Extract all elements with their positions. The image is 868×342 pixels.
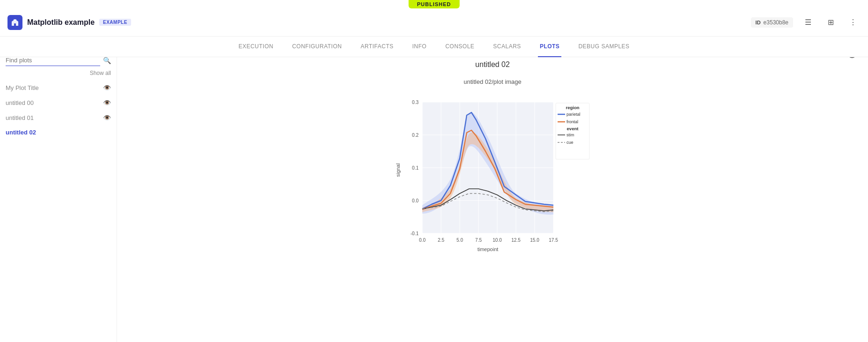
eye-off-icon: 👁️ [103,84,111,91]
plot-title: untitled 02 [136,60,849,69]
task-id-value: e3530b8e [764,19,788,26]
tab-console[interactable]: CONSOLE [443,37,476,57]
main-layout: 🔍 Show all My Plot Title 👁️ untitled 00 … [0,49,868,342]
nav-tabs: EXECUTION CONFIGURATION ARTIFACTS INFO C… [0,37,868,57]
published-banner: PUBLISHED [409,0,460,8]
svg-text:event: event [567,126,579,131]
svg-text:cue: cue [566,140,574,145]
published-label: PUBLISHED [417,1,451,7]
svg-text:5.0: 5.0 [456,238,463,243]
tab-plots[interactable]: PLOTS [538,37,562,57]
svg-text:timepoint: timepoint [478,246,499,252]
show-all-button[interactable]: Show all [0,68,117,80]
svg-text:12.5: 12.5 [511,238,521,243]
tab-debug-samples[interactable]: DEBUG SAMPLES [576,37,631,57]
svg-text:0.0: 0.0 [419,238,426,243]
svg-text:stim: stim [566,133,574,137]
sidebar: 🔍 Show all My Plot Title 👁️ untitled 00 … [0,49,117,342]
chart-wrapper: -0.1 0.0 0.1 0.2 0.3 signal 0.0 2.5 5.0 … [394,93,591,263]
sidebar-item-label: untitled 02 [6,129,36,136]
svg-text:region: region [566,105,579,110]
svg-text:2.5: 2.5 [438,238,444,243]
tab-info[interactable]: INFO [410,37,428,57]
sidebar-item-untitled-02[interactable]: untitled 02 [0,125,117,140]
svg-text:0.3: 0.3 [412,100,419,105]
svg-text:frontal: frontal [566,119,578,124]
header: Matplotlib example EXAMPLE ID e3530b8e ☰… [0,8,868,37]
svg-text:7.5: 7.5 [475,238,482,243]
svg-text:10.0: 10.0 [493,238,502,243]
tab-execution[interactable]: EXECUTION [236,37,275,57]
svg-text:-0.1: -0.1 [411,231,419,236]
tab-artifacts[interactable]: ARTIFACTS [359,37,395,57]
sidebar-item-label: My Plot Title [6,84,39,91]
app-title: Matplotlib example [27,18,95,27]
svg-text:15.0: 15.0 [530,238,539,243]
svg-text:parietal: parietal [566,112,581,117]
tab-configuration[interactable]: CONFIGURATION [290,37,344,57]
header-right: ID e3530b8e ☰ ⊞ ⋮ [751,15,861,30]
svg-text:17.5: 17.5 [549,238,558,243]
app-logo [7,15,22,30]
more-icon-btn[interactable]: ⋮ [846,15,861,30]
eye-off-icon: 👁️ [103,114,111,121]
eye-off-icon: 👁️ [103,99,111,106]
tab-scalars[interactable]: SCALARS [491,37,523,57]
task-id-display: ID e3530b8e [751,17,793,28]
content-area: untitled 02 untitled 02/plot image [117,49,868,342]
example-badge: EXAMPLE [99,19,131,26]
sidebar-item-label: untitled 01 [6,114,34,121]
document-icon-btn[interactable]: ☰ [801,15,816,30]
svg-text:0.2: 0.2 [412,133,419,138]
layout-icon-btn[interactable]: ⊞ [823,15,838,30]
sidebar-item-my-plot-title[interactable]: My Plot Title 👁️ [0,80,117,95]
header-left: Matplotlib example EXAMPLE [7,15,131,30]
svg-text:0.0: 0.0 [412,198,419,203]
sidebar-item-untitled-01[interactable]: untitled 01 👁️ [0,110,117,125]
svg-rect-30 [556,103,589,159]
svg-text:signal: signal [395,164,401,177]
sidebar-item-label: untitled 00 [6,99,34,106]
search-icon: 🔍 [103,57,111,64]
svg-text:0.1: 0.1 [412,165,419,171]
plot-subtitle: untitled 02/plot image [136,78,849,85]
chart-svg: -0.1 0.0 0.1 0.2 0.3 signal 0.0 2.5 5.0 … [394,93,591,261]
sidebar-item-untitled-00[interactable]: untitled 00 👁️ [0,95,117,110]
plot-area: -0.1 0.0 0.1 0.2 0.3 signal 0.0 2.5 5.0 … [136,93,849,263]
